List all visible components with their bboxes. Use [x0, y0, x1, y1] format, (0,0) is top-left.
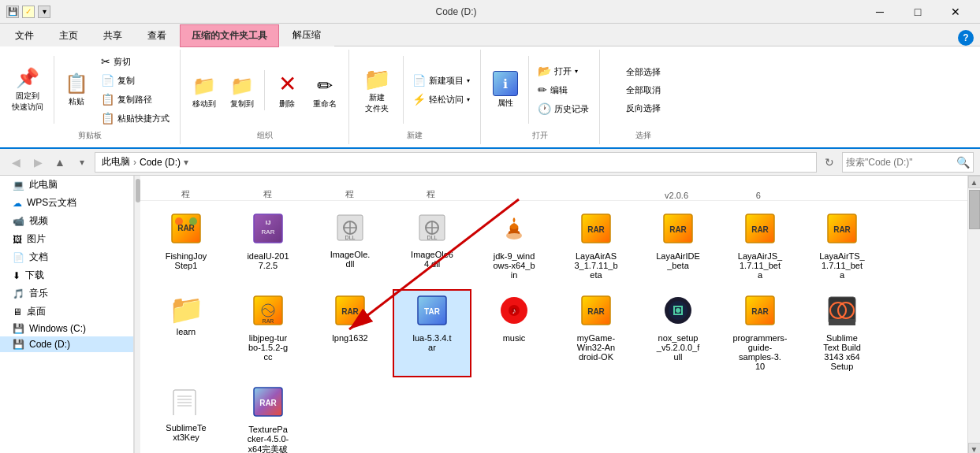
copy-button[interactable]: 📄 复制 [97, 72, 173, 89]
recent-button[interactable]: ▾ [73, 153, 91, 172]
rename-label: 重命名 [313, 98, 337, 110]
breadcrumb-this-pc[interactable]: 此电脑 [102, 155, 130, 169]
file-layaair-ide[interactable]: RAR LayaAirIDE _beta [639, 207, 717, 286]
sidebar-item-this-pc[interactable]: 💻 此电脑 [0, 176, 133, 194]
file-imageole-dll[interactable]: DLL ImageOle. dll [311, 207, 389, 286]
tab-home[interactable]: 主页 [47, 24, 90, 46]
sidebar-item-wps[interactable]: ☁ WPS云文档 [0, 194, 133, 212]
window-controls[interactable]: ─ □ ✕ [862, 0, 974, 24]
file-layaair-as[interactable]: RAR LayaAirAS 3_1.7.11_b eta [557, 207, 635, 286]
undo-icon[interactable]: ✓ [22, 6, 35, 18]
edit-icon: ✏ [538, 84, 547, 96]
history-button[interactable]: 🕐 历史记录 [534, 100, 593, 117]
back-button[interactable]: ◀ [6, 153, 25, 172]
easy-access-button[interactable]: ⚡ 轻松访问 ▾ [408, 91, 474, 108]
tab-share[interactable]: 共享 [91, 24, 134, 46]
right-scrollbar[interactable]: ▲ ▼ [967, 176, 980, 453]
maximize-button[interactable]: □ [900, 0, 936, 24]
search-input[interactable] [846, 157, 956, 168]
organize-buttons: 📁 移动到 📁 复制到 ✕ 删除 ✏ 重命名 [187, 67, 342, 113]
paste-button[interactable]: 📋 粘贴 [59, 69, 94, 111]
invert-select-button[interactable]: 反向选择 [622, 100, 665, 117]
file-lpng1632[interactable]: RAR lpng1632 [311, 289, 389, 377]
open-button[interactable]: 📂 打开 ▾ [534, 62, 593, 80]
file-idealu[interactable]: IJ RAR idealU-201 7.2.5 [229, 207, 307, 286]
forward-button[interactable]: ▶ [28, 153, 47, 172]
file-fishingjoy[interactable]: RAR FishingJoy Step1 [147, 207, 225, 286]
tab-view[interactable]: 查看 [136, 24, 178, 46]
copy-path-button[interactable]: 📋 复制路径 [97, 91, 173, 108]
file-libjpeg[interactable]: RAR libjpeg-tur bo-1.5.2-g cc [229, 289, 307, 377]
move-to-button[interactable]: 📁 移动到 [187, 71, 222, 113]
sidebar: 💻 此电脑 ☁ WPS云文档 📹 视频 🖼 图片 📄 文档 ⬇ 下载 [0, 176, 134, 453]
file-sublime-key[interactable]: SublimeTe xt3Key [147, 381, 225, 453]
lua-tar-label: lua-5.3.4.t ar [413, 333, 452, 352]
pin-to-quick-access-button[interactable]: 📌 固定到 快速访问 [6, 63, 49, 117]
dropdown-icon[interactable]: ▾ [38, 6, 50, 18]
clipboard-group: 📌 固定到 快速访问 📋 粘贴 ✂ 剪切 📄 复制 📋 复制路径 [0, 50, 181, 144]
sidebar-item-desktop[interactable]: 🖥 桌面 [0, 303, 133, 321]
scroll-thumb[interactable] [969, 190, 980, 229]
idealu-icon: IJ RAR [253, 214, 283, 248]
rename-button[interactable]: ✏ 重命名 [307, 71, 342, 113]
file-layaair-js[interactable]: RAR LayaAirJS_ 1.7.11_bet a [721, 207, 799, 286]
help-button[interactable]: ? [958, 30, 974, 46]
tab-extract[interactable]: 解压缩 [281, 24, 333, 46]
libjpeg-icon: RAR [253, 295, 283, 330]
copy-to-button[interactable]: 📁 复制到 [225, 71, 259, 113]
close-button[interactable]: ✕ [937, 0, 974, 24]
paste-icon: 📋 [65, 72, 88, 95]
sidebar-item-video[interactable]: 📹 视频 [0, 212, 133, 230]
sublime-build-label: Sublime Text Build 3143 x64 Setup [823, 333, 861, 371]
new-item-button[interactable]: 📄 新建项目 ▾ [408, 72, 474, 89]
breadcrumb-drive[interactable]: Code (D:) [140, 157, 181, 168]
delete-label: 删除 [279, 98, 295, 110]
sidebar-item-downloads[interactable]: ⬇ 下载 [0, 266, 133, 284]
scroll-down-arrow[interactable]: ▼ [968, 443, 981, 453]
paste-shortcut-button[interactable]: 📋 粘贴快捷方式 [97, 110, 173, 127]
tab-compress-tool[interactable]: 压缩的文件夹工具 [180, 24, 279, 47]
lua-tar-icon: TAR [417, 295, 447, 330]
sidebar-item-music[interactable]: 🎵 音乐 [0, 284, 133, 303]
new-folder-button[interactable]: 📁 新建 文件夹 [356, 62, 398, 118]
breadcrumb[interactable]: 此电脑 › Code (D:) ▾ [95, 152, 817, 173]
open-content: ℹ 属性 📂 打开 ▾ ✏ 编辑 🕐 历史记录 [487, 53, 593, 127]
svg-point-41 [676, 308, 680, 313]
sidebar-item-code-d[interactable]: 💾 Code (D:) [0, 336, 133, 352]
file-lua-tar[interactable]: TAR lua-5.3.4.t ar [393, 289, 471, 377]
tab-file[interactable]: 文件 [3, 24, 46, 46]
file-mygame[interactable]: RAR myGame- Win32-An droid-OK [557, 289, 635, 377]
sidebar-scrollbar[interactable] [134, 176, 140, 453]
edit-button[interactable]: ✏ 编辑 [534, 81, 593, 98]
refresh-button[interactable]: ↻ [820, 153, 839, 172]
music-label: 音乐 [29, 287, 48, 300]
file-sublime-build[interactable]: Sublime Text Build 3143 x64 Setup [803, 289, 881, 377]
up-button[interactable]: ▲ [50, 153, 69, 172]
file-texturepacker[interactable]: RAR TexturePa cker-4.5.0- x64完美破 解 [229, 381, 307, 453]
cut-button[interactable]: ✂ 剪切 [97, 53, 173, 70]
sidebar-item-pictures[interactable]: 🖼 图片 [0, 230, 133, 248]
select-all-button[interactable]: 全部选择 [622, 64, 665, 80]
nox-label: nox_setup _v5.2.0.0_f ull [657, 333, 699, 362]
move-label: 移动到 [192, 98, 216, 110]
title-bar-quick-access[interactable]: 💾 ✓ ▾ [6, 6, 50, 18]
file-learn[interactable]: 📁 learn [147, 289, 225, 377]
desktop-icon: 🖥 [13, 306, 22, 317]
delete-button[interactable]: ✕ 删除 [270, 67, 304, 113]
file-imageole64-dll[interactable]: DLL ImageOle6 4.dll [393, 207, 471, 286]
sidebar-item-windows-c[interactable]: 💾 Windows (C:) [0, 321, 133, 336]
sidebar-item-documents[interactable]: 📄 文档 [0, 248, 133, 266]
minimize-button[interactable]: ─ [862, 0, 898, 24]
search-icon[interactable]: 🔍 [956, 156, 970, 169]
file-jdk9[interactable]: jdk-9_wind ows-x64_b in [475, 207, 553, 286]
save-icon[interactable]: 💾 [6, 6, 19, 18]
select-none-button[interactable]: 全部取消 [622, 82, 665, 98]
properties-button[interactable]: ℹ 属性 [487, 67, 524, 113]
file-layaair-ts[interactable]: RAR LayaAirTS_ 1.7.11_bet a [803, 207, 881, 286]
file-nox[interactable]: nox_setup _v5.2.0.0_f ull [639, 289, 717, 377]
scroll-up-arrow[interactable]: ▲ [968, 176, 981, 188]
documents-label: 文档 [29, 251, 48, 264]
file-music[interactable]: ♪ music [475, 289, 553, 377]
search-box[interactable]: 🔍 [842, 152, 974, 173]
file-programmers[interactable]: RAR programmers-guide- samples-3. 10 [721, 289, 799, 377]
